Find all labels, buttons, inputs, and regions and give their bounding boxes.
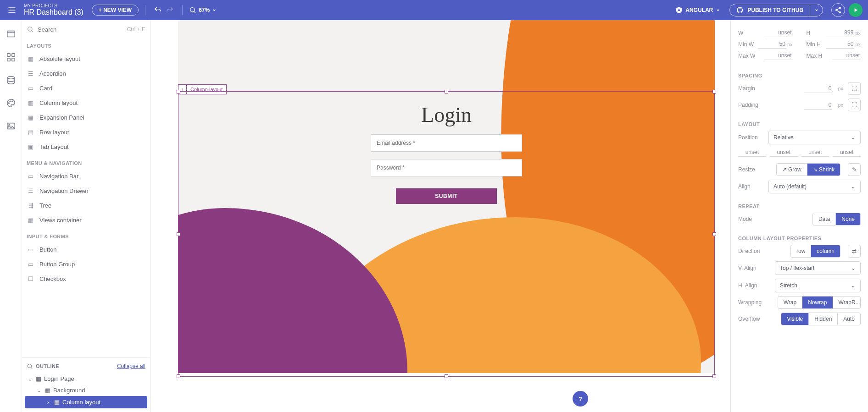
offset-input[interactable] <box>770 148 798 157</box>
comp-navigation-bar[interactable]: ▭Navigation Bar <box>22 169 150 183</box>
nav-icon: ▦ <box>27 216 35 224</box>
views-icon[interactable] <box>5 28 17 40</box>
resize-handle[interactable] <box>445 374 448 378</box>
publish-button[interactable]: PUBLISH TO GITHUB <box>730 4 810 16</box>
nowrap-button[interactable]: Nowrap <box>802 297 833 308</box>
comp-navigation-drawer[interactable]: ☰Navigation Drawer <box>22 183 150 198</box>
offset-input[interactable] <box>801 148 829 157</box>
comp-checkbox[interactable]: ☐Checkbox <box>22 271 150 286</box>
direction-segment: row column <box>790 245 840 258</box>
align-select[interactable]: Auto (default)⌄ <box>768 180 861 193</box>
tree-row-selected[interactable]: › ▦ Column layout <box>25 396 147 408</box>
comp-button-group[interactable]: ▭Button Group <box>22 257 150 271</box>
comp-column-layout[interactable]: ▥Column layout <box>22 95 150 110</box>
chevron-down-icon: ⌄ <box>851 282 856 289</box>
resize-handle[interactable] <box>177 232 180 236</box>
comp-absolute-layout[interactable]: ▦Absolute layout <box>22 51 150 66</box>
repeat-data-button[interactable]: Data <box>813 213 836 225</box>
redo-icon[interactable] <box>164 4 176 16</box>
svg-point-11 <box>10 101 11 102</box>
canvas[interactable]: Login SUBMIT ↑ Column layout ? <box>150 20 730 412</box>
offset-input[interactable] <box>833 148 861 157</box>
comp-card[interactable]: ▭Card <box>22 81 150 95</box>
grow-button[interactable]: ↗ Grow <box>777 164 807 176</box>
minw-input[interactable] <box>758 40 786 49</box>
outline-panel: OUTLINE Collapse all ⌄ ▦ Login Page ⌄ ▦ … <box>22 357 150 412</box>
halign-select[interactable]: Stretch⌄ <box>775 279 861 292</box>
direction-column-button[interactable]: column <box>811 245 840 257</box>
collapse-all-link[interactable]: Collapse all <box>117 363 145 369</box>
overflow-visible-button[interactable]: Visible <box>781 313 809 325</box>
data-icon[interactable] <box>5 74 17 86</box>
maxh-input[interactable] <box>832 51 861 60</box>
theme-icon[interactable] <box>5 97 17 109</box>
repeat-none-button[interactable]: None <box>836 213 860 225</box>
input-icon: ▭ <box>27 245 35 253</box>
offset-input[interactable] <box>738 148 766 157</box>
project-block[interactable]: MY PROJECTS HR Dashboard (3) <box>24 4 83 16</box>
wrap-button[interactable]: Wrap <box>778 297 802 308</box>
new-view-button[interactable]: + NEW VIEW <box>92 5 139 16</box>
width-input[interactable] <box>764 28 793 37</box>
tree-row-root[interactable]: ⌄ ▦ Login Page <box>22 373 150 385</box>
hamburger-icon[interactable] <box>6 4 18 16</box>
minh-input[interactable] <box>826 40 854 49</box>
help-button[interactable]: ? <box>573 391 588 407</box>
resize-handle[interactable] <box>445 90 448 93</box>
overflow-auto-button[interactable]: Auto <box>838 313 860 325</box>
height-input[interactable] <box>826 28 854 37</box>
resize-handle[interactable] <box>177 374 180 378</box>
wrapreverse-button[interactable]: WrapR... <box>833 297 861 308</box>
comp-tree[interactable]: ⇶Tree <box>22 198 150 213</box>
svg-point-10 <box>8 103 9 104</box>
overflow-segment: Visible Hidden Auto <box>781 313 861 325</box>
layout-icon: ▤ <box>27 113 35 121</box>
search-input[interactable] <box>38 26 123 33</box>
position-select[interactable]: Relative⌄ <box>768 131 861 144</box>
properties-panel: W Min Wpx Max W Hpx Min Hpx Max H SPACIN… <box>730 20 868 412</box>
section-layouts: LAYOUTS <box>22 37 150 51</box>
tree-row-background[interactable]: ⌄ ▦ Background <box>22 385 150 396</box>
maxw-input[interactable] <box>764 51 793 60</box>
comp-views-container[interactable]: ▦Views container <box>22 213 150 227</box>
publish-dropdown[interactable] <box>810 4 823 16</box>
svg-rect-4 <box>7 31 15 37</box>
comp-expansion-panel[interactable]: ▤Expansion Panel <box>22 110 150 125</box>
left-panel: Ctrl + E LAYOUTS ▦Absolute layout ☰Accor… <box>22 20 150 412</box>
expand-margin-icon[interactable]: ⛶ <box>848 82 861 95</box>
share-button[interactable] <box>831 3 845 17</box>
resize-handle[interactable] <box>712 232 716 236</box>
zoom-control[interactable]: 67% <box>189 6 217 14</box>
nav-icon: ☰ <box>27 187 35 195</box>
separator <box>182 5 183 15</box>
comp-tab-layout[interactable]: ▣Tab Layout <box>22 139 150 154</box>
margin-input[interactable] <box>804 84 832 93</box>
overflow-hidden-button[interactable]: Hidden <box>809 313 838 325</box>
valign-select[interactable]: Top / flex-start⌄ <box>775 261 861 275</box>
comp-accordion[interactable]: ☰Accordion <box>22 66 150 81</box>
assets-icon[interactable] <box>5 120 17 132</box>
shrink-button[interactable]: ↘ Shrink <box>807 164 840 176</box>
grid-icon: ▦ <box>54 399 60 406</box>
layout-icon: ▤ <box>27 128 35 136</box>
resize-handle[interactable] <box>712 90 716 93</box>
components-icon[interactable] <box>5 51 17 63</box>
framework-selector[interactable]: ANGULAR <box>675 6 720 14</box>
selection-rect[interactable] <box>178 91 715 377</box>
comp-row-layout[interactable]: ▤Row layout <box>22 125 150 139</box>
edit-resize-icon[interactable]: ✎ <box>848 163 861 176</box>
direction-row-button[interactable]: row <box>791 245 811 257</box>
preview-button[interactable] <box>849 3 862 17</box>
top-bar: MY PROJECTS HR Dashboard (3) + NEW VIEW … <box>0 0 868 20</box>
layout-icon: ▦ <box>27 55 35 63</box>
layout-icon: ☰ <box>27 69 35 77</box>
comp-button[interactable]: ▭Button <box>22 242 150 257</box>
publish-group: PUBLISH TO GITHUB <box>729 4 823 16</box>
resize-handle[interactable] <box>177 90 180 93</box>
components-scroll[interactable]: LAYOUTS ▦Absolute layout ☰Accordion ▭Car… <box>22 37 150 357</box>
undo-icon[interactable] <box>152 4 164 16</box>
resize-handle[interactable] <box>712 374 716 378</box>
swap-direction-icon[interactable]: ⇄ <box>848 245 861 258</box>
padding-input[interactable] <box>804 101 832 110</box>
expand-padding-icon[interactable]: ⛶ <box>848 99 861 111</box>
